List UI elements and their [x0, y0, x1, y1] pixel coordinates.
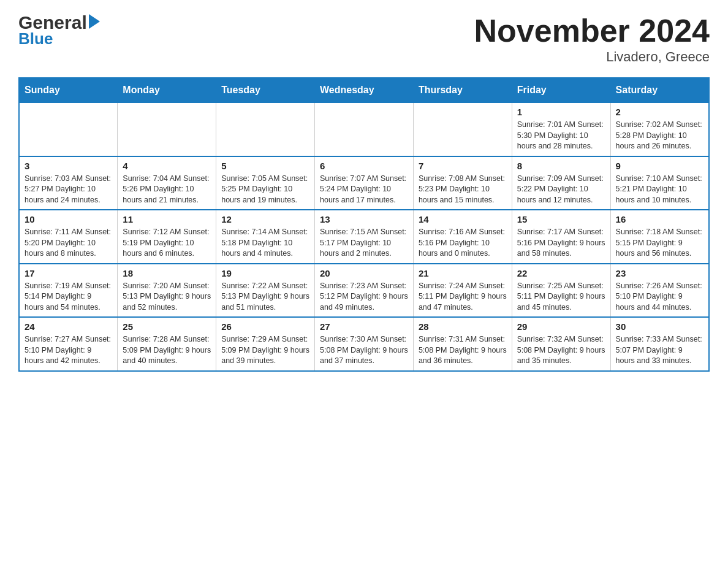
calendar-cell: 16Sunrise: 7:18 AM Sunset: 5:15 PM Dayli…: [610, 210, 709, 264]
day-info: Sunrise: 7:30 AM Sunset: 5:08 PM Dayligh…: [320, 334, 408, 367]
day-number: 1: [517, 107, 605, 117]
day-info: Sunrise: 7:29 AM Sunset: 5:09 PM Dayligh…: [221, 334, 309, 367]
calendar-cell: 15Sunrise: 7:17 AM Sunset: 5:16 PM Dayli…: [512, 210, 610, 264]
calendar-week-row: 3Sunrise: 7:03 AM Sunset: 5:27 PM Daylig…: [19, 156, 709, 210]
calendar-title: November 2024: [474, 12, 710, 49]
calendar-cell: 5Sunrise: 7:05 AM Sunset: 5:25 PM Daylig…: [216, 156, 315, 210]
calendar-cell: 17Sunrise: 7:19 AM Sunset: 5:14 PM Dayli…: [19, 264, 118, 318]
calendar-cell: 28Sunrise: 7:31 AM Sunset: 5:08 PM Dayli…: [413, 317, 512, 371]
day-info: Sunrise: 7:33 AM Sunset: 5:07 PM Dayligh…: [616, 334, 703, 367]
weekday-header-wednesday: Wednesday: [315, 78, 414, 102]
day-info: Sunrise: 7:09 AM Sunset: 5:22 PM Dayligh…: [517, 174, 605, 206]
day-number: 6: [320, 161, 408, 171]
day-number: 11: [123, 214, 211, 224]
day-info: Sunrise: 7:16 AM Sunset: 5:16 PM Dayligh…: [419, 227, 507, 259]
calendar-cell: 25Sunrise: 7:28 AM Sunset: 5:09 PM Dayli…: [118, 317, 216, 371]
calendar-cell: [413, 102, 512, 156]
day-number: 25: [123, 321, 211, 332]
day-info: Sunrise: 7:14 AM Sunset: 5:18 PM Dayligh…: [221, 227, 309, 259]
day-info: Sunrise: 7:12 AM Sunset: 5:19 PM Dayligh…: [123, 227, 211, 259]
weekday-header-friday: Friday: [512, 78, 610, 102]
day-info: Sunrise: 7:08 AM Sunset: 5:23 PM Dayligh…: [419, 174, 507, 206]
calendar-cell: 26Sunrise: 7:29 AM Sunset: 5:09 PM Dayli…: [216, 317, 315, 371]
day-info: Sunrise: 7:26 AM Sunset: 5:10 PM Dayligh…: [616, 281, 703, 313]
day-number: 3: [25, 161, 112, 171]
day-number: 16: [616, 214, 703, 224]
calendar-cell: 29Sunrise: 7:32 AM Sunset: 5:08 PM Dayli…: [512, 317, 610, 371]
calendar-cell: 22Sunrise: 7:25 AM Sunset: 5:11 PM Dayli…: [512, 264, 610, 318]
day-number: 5: [221, 161, 309, 171]
calendar-cell: 12Sunrise: 7:14 AM Sunset: 5:18 PM Dayli…: [216, 210, 315, 264]
calendar-week-row: 10Sunrise: 7:11 AM Sunset: 5:20 PM Dayli…: [19, 210, 709, 264]
logo-chevron-icon: [89, 14, 100, 29]
day-number: 23: [616, 268, 703, 278]
calendar-cell: 20Sunrise: 7:23 AM Sunset: 5:12 PM Dayli…: [315, 264, 414, 318]
calendar-week-row: 1Sunrise: 7:01 AM Sunset: 5:30 PM Daylig…: [19, 102, 709, 156]
day-number: 7: [419, 161, 507, 171]
calendar-cell: 21Sunrise: 7:24 AM Sunset: 5:11 PM Dayli…: [413, 264, 512, 318]
day-info: Sunrise: 7:23 AM Sunset: 5:12 PM Dayligh…: [320, 281, 408, 313]
calendar-cell: 23Sunrise: 7:26 AM Sunset: 5:10 PM Dayli…: [610, 264, 709, 318]
day-number: 9: [616, 161, 703, 171]
calendar-cell: 10Sunrise: 7:11 AM Sunset: 5:20 PM Dayli…: [19, 210, 118, 264]
calendar-cell: 7Sunrise: 7:08 AM Sunset: 5:23 PM Daylig…: [413, 156, 512, 210]
calendar-cell: [118, 102, 216, 156]
calendar-cell: 1Sunrise: 7:01 AM Sunset: 5:30 PM Daylig…: [512, 102, 610, 156]
day-info: Sunrise: 7:27 AM Sunset: 5:10 PM Dayligh…: [25, 334, 112, 367]
page-header: General Blue November 2024 Livadero, Gre…: [18, 12, 710, 65]
logo-blue-text: Blue: [18, 29, 53, 48]
day-info: Sunrise: 7:15 AM Sunset: 5:17 PM Dayligh…: [320, 227, 408, 259]
calendar-cell: 6Sunrise: 7:07 AM Sunset: 5:24 PM Daylig…: [315, 156, 414, 210]
day-info: Sunrise: 7:32 AM Sunset: 5:08 PM Dayligh…: [517, 334, 605, 367]
day-info: Sunrise: 7:22 AM Sunset: 5:13 PM Dayligh…: [221, 281, 309, 313]
calendar-cell: 2Sunrise: 7:02 AM Sunset: 5:28 PM Daylig…: [610, 102, 709, 156]
day-info: Sunrise: 7:17 AM Sunset: 5:16 PM Dayligh…: [517, 227, 605, 259]
day-info: Sunrise: 7:11 AM Sunset: 5:20 PM Dayligh…: [25, 227, 112, 259]
weekday-header-thursday: Thursday: [413, 78, 512, 102]
day-number: 20: [320, 268, 408, 278]
day-number: 10: [25, 214, 112, 224]
day-number: 26: [221, 321, 309, 332]
calendar-cell: [315, 102, 414, 156]
calendar-cell: 14Sunrise: 7:16 AM Sunset: 5:16 PM Dayli…: [413, 210, 512, 264]
day-info: Sunrise: 7:01 AM Sunset: 5:30 PM Dayligh…: [517, 120, 605, 152]
day-number: 19: [221, 268, 309, 278]
day-info: Sunrise: 7:25 AM Sunset: 5:11 PM Dayligh…: [517, 281, 605, 313]
calendar-cell: 27Sunrise: 7:30 AM Sunset: 5:08 PM Dayli…: [315, 317, 414, 371]
day-number: 15: [517, 214, 605, 224]
logo: General Blue: [18, 12, 100, 48]
day-info: Sunrise: 7:18 AM Sunset: 5:15 PM Dayligh…: [616, 227, 703, 259]
day-info: Sunrise: 7:05 AM Sunset: 5:25 PM Dayligh…: [221, 174, 309, 206]
day-number: 12: [221, 214, 309, 224]
day-number: 29: [517, 321, 605, 332]
calendar-cell: 11Sunrise: 7:12 AM Sunset: 5:19 PM Dayli…: [118, 210, 216, 264]
weekday-header-tuesday: Tuesday: [216, 78, 315, 102]
day-info: Sunrise: 7:20 AM Sunset: 5:13 PM Dayligh…: [123, 281, 211, 313]
title-block: November 2024 Livadero, Greece: [474, 12, 710, 65]
day-number: 4: [123, 161, 211, 171]
calendar-cell: 18Sunrise: 7:20 AM Sunset: 5:13 PM Dayli…: [118, 264, 216, 318]
day-info: Sunrise: 7:10 AM Sunset: 5:21 PM Dayligh…: [616, 174, 703, 206]
day-number: 28: [419, 321, 507, 332]
day-number: 2: [616, 107, 703, 117]
day-info: Sunrise: 7:04 AM Sunset: 5:26 PM Dayligh…: [123, 174, 211, 206]
calendar-cell: 9Sunrise: 7:10 AM Sunset: 5:21 PM Daylig…: [610, 156, 709, 210]
calendar-week-row: 24Sunrise: 7:27 AM Sunset: 5:10 PM Dayli…: [19, 317, 709, 371]
calendar-cell: 3Sunrise: 7:03 AM Sunset: 5:27 PM Daylig…: [19, 156, 118, 210]
weekday-header-monday: Monday: [118, 78, 216, 102]
day-info: Sunrise: 7:19 AM Sunset: 5:14 PM Dayligh…: [25, 281, 112, 313]
day-number: 17: [25, 268, 112, 278]
calendar-cell: 24Sunrise: 7:27 AM Sunset: 5:10 PM Dayli…: [19, 317, 118, 371]
day-info: Sunrise: 7:07 AM Sunset: 5:24 PM Dayligh…: [320, 174, 408, 206]
day-info: Sunrise: 7:31 AM Sunset: 5:08 PM Dayligh…: [419, 334, 507, 367]
calendar-cell: [216, 102, 315, 156]
day-number: 30: [616, 321, 703, 332]
day-number: 21: [419, 268, 507, 278]
calendar-cell: 30Sunrise: 7:33 AM Sunset: 5:07 PM Dayli…: [610, 317, 709, 371]
day-number: 22: [517, 268, 605, 278]
day-number: 13: [320, 214, 408, 224]
calendar-cell: 19Sunrise: 7:22 AM Sunset: 5:13 PM Dayli…: [216, 264, 315, 318]
day-number: 24: [25, 321, 112, 332]
weekday-header-sunday: Sunday: [19, 78, 118, 102]
calendar-cell: 13Sunrise: 7:15 AM Sunset: 5:17 PM Dayli…: [315, 210, 414, 264]
